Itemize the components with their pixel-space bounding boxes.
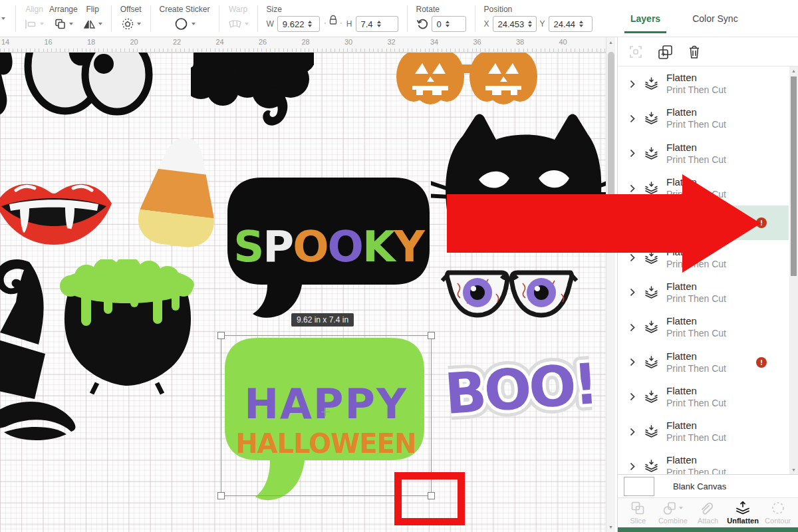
arrange-button[interactable]: Arrange — [47, 5, 80, 32]
selection-handle-top-left[interactable] — [217, 332, 225, 339]
scroll-down-icon[interactable]: ▼ — [789, 467, 798, 472]
art-eyeball-glasses[interactable] — [440, 259, 579, 326]
layer-title: Flatten — [666, 210, 726, 223]
art-vampire-lips[interactable] — [0, 169, 118, 253]
chevron-right-icon[interactable] — [630, 358, 639, 366]
separator — [150, 5, 151, 32]
art-edge-fragment[interactable] — [0, 53, 17, 150]
layer-row[interactable]: Flatten Print Then Cut ! — [618, 240, 789, 275]
width-input[interactable]: 9.622 — [277, 16, 320, 32]
contour-button: Contour — [761, 501, 795, 525]
flip-button[interactable]: Flip — [80, 5, 105, 32]
layer-row[interactable]: Flatten Print Then Cut ! — [618, 380, 789, 414]
width-stepper[interactable] — [308, 21, 312, 27]
lock-icon — [325, 15, 342, 25]
flatten-layer-icon — [644, 216, 658, 229]
size-tooltip: 9.62 in x 7.4 in — [291, 313, 354, 327]
ruler-tick-label: 34 — [430, 38, 438, 46]
flatten-layer-icon — [644, 251, 658, 265]
rotate-input[interactable]: 0 — [432, 16, 466, 32]
layer-subtitle: Print Then Cut — [666, 118, 726, 131]
flatten-layer-icon — [644, 147, 658, 160]
art-boo-sticker[interactable]: BOO! BOO! — [447, 338, 594, 434]
scroll-up-icon[interactable]: ▲ — [789, 68, 798, 73]
spooky-text: SPOOKY — [233, 222, 425, 271]
cricut-design-space-app: Align Arrange Flip Offset — [0, 0, 798, 532]
scroll-up-icon[interactable]: ▲ — [606, 40, 615, 45]
x-stepper[interactable] — [528, 21, 532, 27]
layer-title: Flatten — [666, 71, 726, 84]
chevron-right-icon[interactable] — [630, 114, 639, 123]
design-canvas[interactable]: SPOOKY — [0, 53, 606, 532]
tab-color-sync[interactable]: Color Sync — [686, 0, 743, 37]
x-position-input[interactable]: 24.453 — [493, 16, 537, 32]
y-stepper[interactable] — [579, 21, 583, 27]
selection-handle-bottom-right[interactable] — [428, 492, 435, 499]
offset-button[interactable]: Offset — [118, 5, 144, 32]
art-candy-corn[interactable] — [128, 128, 232, 257]
art-googly-eyes[interactable] — [24, 53, 157, 166]
chevron-right-icon[interactable] — [630, 462, 639, 471]
chevron-right-icon[interactable] — [630, 253, 639, 262]
chevron-down-icon — [137, 23, 141, 25]
scroll-down-icon[interactable]: ▼ — [606, 525, 615, 529]
layers-scrollbar[interactable]: ▲ ▼ — [789, 66, 798, 474]
chevron-right-icon[interactable] — [630, 80, 639, 88]
layer-row[interactable]: Flatten Print Then Cut ! — [618, 205, 789, 240]
selection-handle-bottom-left[interactable] — [217, 492, 225, 499]
layer-row[interactable]: Flatten Print Then Cut ! — [618, 449, 789, 474]
art-cat-mask[interactable] — [431, 110, 606, 210]
layer-row[interactable]: Flatten Print Then Cut ! — [618, 101, 789, 136]
flip-icon — [83, 19, 96, 29]
rotate-icon[interactable] — [416, 18, 428, 30]
layer-row[interactable]: Flatten Print Then Cut ! — [618, 275, 789, 310]
selection-box[interactable] — [221, 335, 432, 496]
art-pumpkin-glasses[interactable] — [394, 53, 543, 110]
chevron-down-icon — [679, 507, 683, 509]
art-witch-hat[interactable] — [0, 258, 100, 458]
height-input[interactable]: 7.4 — [356, 16, 398, 32]
chevron-right-icon[interactable] — [630, 288, 639, 297]
rotate-stepper[interactable] — [446, 21, 450, 27]
chevron-right-icon[interactable] — [630, 392, 639, 401]
layer-row[interactable]: Flatten Print Then Cut ! — [618, 414, 789, 449]
flatten-layer-icon — [644, 77, 658, 90]
layer-row[interactable]: Flatten Print Then Cut ! — [618, 136, 789, 171]
unflatten-button[interactable]: Unflatten — [726, 501, 759, 525]
canvas-scrollbar[interactable]: ▲ ▼ — [606, 37, 615, 532]
layer-title: Flatten — [666, 176, 726, 188]
overflow-caret[interactable] — [0, 17, 9, 20]
tab-layers[interactable]: Layers — [624, 0, 666, 37]
attach-icon — [700, 501, 716, 515]
layer-actions-bar: Slice Combine Attach Unflatten — [618, 497, 798, 527]
layer-row[interactable]: Flatten Print Then Cut ! — [618, 344, 789, 379]
layer-row[interactable]: Flatten Print Then Cut ! — [618, 310, 789, 344]
trash-icon[interactable] — [688, 45, 701, 59]
art-witch-hair[interactable] — [191, 53, 314, 142]
size-group: Size W 9.622 H 7.4 — [264, 5, 401, 32]
duplicate-icon[interactable] — [658, 45, 673, 59]
layers-scrollbar-thumb[interactable] — [791, 76, 797, 276]
y-position-input[interactable]: 24.44 — [549, 16, 593, 32]
canvas-scrollbar-thumb[interactable] — [608, 52, 614, 226]
ruler-tick-label: 28 — [302, 38, 310, 46]
selection-handle-top-right[interactable] — [428, 332, 435, 339]
chevron-right-icon[interactable] — [630, 428, 639, 436]
attach-button: Attach — [691, 501, 724, 525]
layer-row[interactable]: Flatten Print Then Cut ! — [618, 171, 789, 205]
chevron-down-icon — [98, 23, 102, 25]
size-lock-button[interactable] — [325, 15, 342, 25]
create-sticker-button[interactable]: Create Sticker — [157, 5, 213, 32]
layer-row[interactable]: Flatten Print Then Cut ! — [618, 66, 789, 101]
chevron-right-icon[interactable] — [630, 323, 639, 332]
height-stepper[interactable] — [377, 21, 381, 27]
ruler-tick-label: 20 — [130, 38, 138, 46]
chevron-right-icon[interactable] — [630, 149, 639, 158]
chevron-right-icon[interactable] — [630, 219, 639, 227]
art-spooky-bubble[interactable]: SPOOKY — [225, 176, 434, 319]
canvas-color-swatch[interactable] — [624, 477, 654, 496]
chevron-right-icon[interactable] — [630, 184, 639, 193]
layers-toolbar — [618, 37, 798, 66]
blank-canvas-row[interactable]: Blank Canvas — [618, 474, 798, 497]
separator — [111, 5, 112, 32]
